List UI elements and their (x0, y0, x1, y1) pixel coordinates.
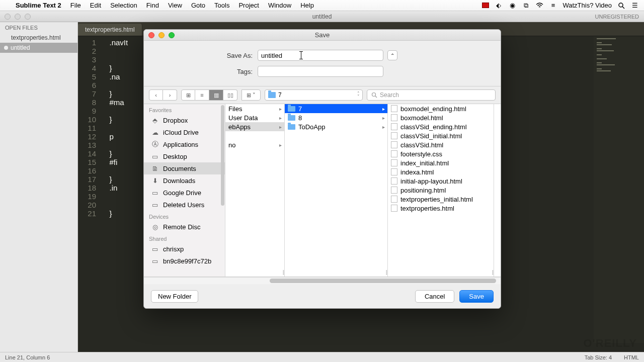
fav-downloads[interactable]: ⬇Downloads (144, 174, 225, 187)
file-row[interactable]: index_initial.html (388, 158, 494, 167)
close-icon[interactable] (5, 14, 11, 20)
folder-row[interactable]: User Data▸ (225, 113, 284, 122)
open-files-header: OPEN FILES (0, 22, 77, 33)
chevron-right-icon: ▸ (279, 142, 282, 148)
column-resize-icon[interactable]: || (283, 269, 283, 275)
folder-row-selected[interactable]: 7▸ (285, 104, 387, 113)
collapse-dialog-button[interactable]: ⌃ (387, 50, 397, 60)
fav-applications[interactable]: ⒶApplications (144, 138, 225, 150)
folder-row[interactable]: Files▸ (225, 104, 284, 113)
cursor-position: Line 21, Column 6 (5, 354, 50, 360)
sync-icon[interactable]: ◉ (508, 2, 516, 10)
file-row[interactable]: boxmodel.html (388, 113, 494, 122)
devices-header: Devices (144, 211, 225, 221)
menu-view[interactable]: View (164, 2, 187, 9)
nav-forward-button[interactable]: › (163, 89, 177, 101)
chevron-updown-icon: ˄˅ (357, 92, 360, 98)
record-icon[interactable] (482, 3, 489, 8)
fav-deleted[interactable]: ▭Deleted Users (144, 199, 225, 211)
saveas-input[interactable] (258, 50, 383, 61)
view-columns-button[interactable]: ▥ (209, 89, 223, 101)
browser-column-3: boxmodel_ending.htmlboxmodel.htmlclassVS… (388, 104, 494, 277)
horizontal-scrollbar[interactable] (144, 277, 501, 284)
menu-project[interactable]: Project (234, 2, 263, 9)
tags-input[interactable] (258, 66, 383, 77)
folder-row[interactable]: ToDoApp▸ (285, 122, 387, 131)
sidebar-file[interactable]: textproperties.html (0, 33, 77, 43)
file-row[interactable]: classVSid_initial.html (388, 131, 494, 140)
volume-icon[interactable]: ≡ (549, 2, 557, 10)
search-icon (371, 92, 377, 98)
column-resize-icon[interactable]: || (492, 269, 493, 275)
shared-item[interactable]: ▭bn9c8e99f7c72b (144, 255, 225, 267)
folder-row[interactable] (225, 131, 284, 140)
view-gallery-button[interactable]: ▯▯ (223, 89, 237, 101)
search-field[interactable]: Search (367, 89, 496, 101)
file-row[interactable]: classVSid.html (388, 140, 494, 149)
menu-goto[interactable]: Goto (187, 2, 210, 9)
path-dropdown[interactable]: 7 ˄˅ (265, 89, 363, 101)
spotlight-icon[interactable] (617, 2, 625, 10)
minimize-icon[interactable] (15, 14, 21, 20)
displays-icon[interactable]: ⧉ (522, 2, 530, 10)
mac-menubar: Sublime Text 2 File Edit Selection Find … (0, 0, 644, 11)
file-row[interactable]: boxmodel_ending.html (388, 104, 494, 113)
syntax-lang[interactable]: HTML (624, 354, 639, 360)
svg-line-1 (622, 7, 624, 9)
fav-dropbox[interactable]: ⬘Dropbox (144, 114, 225, 126)
view-icons-button[interactable]: ⊞ (181, 89, 195, 101)
fav-documents[interactable]: 🗎Documents (144, 162, 225, 174)
watermark: O'REILLY (583, 337, 637, 350)
tab[interactable]: textproperties.html (78, 24, 142, 36)
shared-item[interactable]: ▭chrisxp (144, 243, 225, 255)
folder-icon: ▭ (151, 201, 159, 209)
notifications-icon[interactable]: ☰ (631, 2, 639, 10)
fav-googledrive[interactable]: ▭Google Drive (144, 187, 225, 199)
chevron-right-icon: ▸ (279, 124, 282, 130)
group-button[interactable]: ⊞ ˅ (242, 89, 261, 101)
menu-file[interactable]: File (66, 2, 86, 9)
document-icon (391, 105, 397, 112)
menu-find[interactable]: Find (142, 2, 164, 9)
wifi-icon[interactable] (535, 2, 543, 10)
nav-back-button[interactable]: ‹ (149, 89, 163, 101)
file-row[interactable]: textproperties.html (388, 204, 494, 213)
zoom-icon[interactable] (25, 14, 31, 20)
fav-icloud[interactable]: ☁iCloud Drive (144, 126, 225, 138)
dialog-footer: New Folder Cancel Save (144, 284, 501, 308)
tab-size[interactable]: Tab Size: 4 (585, 354, 612, 360)
app-name[interactable]: Sublime Text 2 (11, 2, 66, 9)
cancel-button[interactable]: Cancel (415, 290, 454, 303)
menu-edit[interactable]: Edit (86, 2, 106, 9)
menu-help[interactable]: Help (296, 2, 318, 9)
view-list-button[interactable]: ≡ (195, 89, 209, 101)
file-row[interactable]: footerstyle.css (388, 149, 494, 158)
dropbox-icon[interactable]: ⬖ (495, 2, 503, 10)
scrollbar[interactable] (221, 105, 224, 206)
file-row[interactable]: positioning.html (388, 186, 494, 195)
minimap[interactable] (594, 36, 644, 343)
folder-row-selected[interactable]: ebApps▸ (225, 122, 284, 131)
user-label[interactable]: WatzThis? Video (562, 2, 612, 9)
fav-desktop[interactable]: ▭Desktop (144, 150, 225, 162)
file-row[interactable]: indexa.html (388, 167, 494, 176)
folder-row[interactable]: no▸ (225, 140, 284, 149)
document-icon (391, 114, 397, 121)
menu-tools[interactable]: Tools (210, 2, 234, 9)
folder-row[interactable]: 8▸ (285, 113, 387, 122)
folder-icon (268, 92, 276, 98)
file-row[interactable]: classVSid_ending.html (388, 122, 494, 131)
chevron-right-icon: ▸ (382, 124, 385, 130)
save-button[interactable]: Save (459, 290, 494, 303)
column-resize-icon[interactable]: || (386, 269, 386, 275)
document-icon (391, 187, 397, 194)
folder-icon (288, 124, 295, 130)
menu-window[interactable]: Window (264, 2, 296, 9)
device-remote-disc[interactable]: ◎Remote Disc (144, 221, 225, 233)
file-row[interactable]: textproperties_initial.html (388, 195, 494, 204)
new-folder-button[interactable]: New Folder (151, 290, 198, 303)
menu-selection[interactable]: Selection (106, 2, 141, 9)
file-row[interactable]: initial-app-layout.html (388, 176, 494, 186)
sidebar-file-active[interactable]: untitled (0, 43, 77, 53)
document-icon (391, 141, 397, 148)
